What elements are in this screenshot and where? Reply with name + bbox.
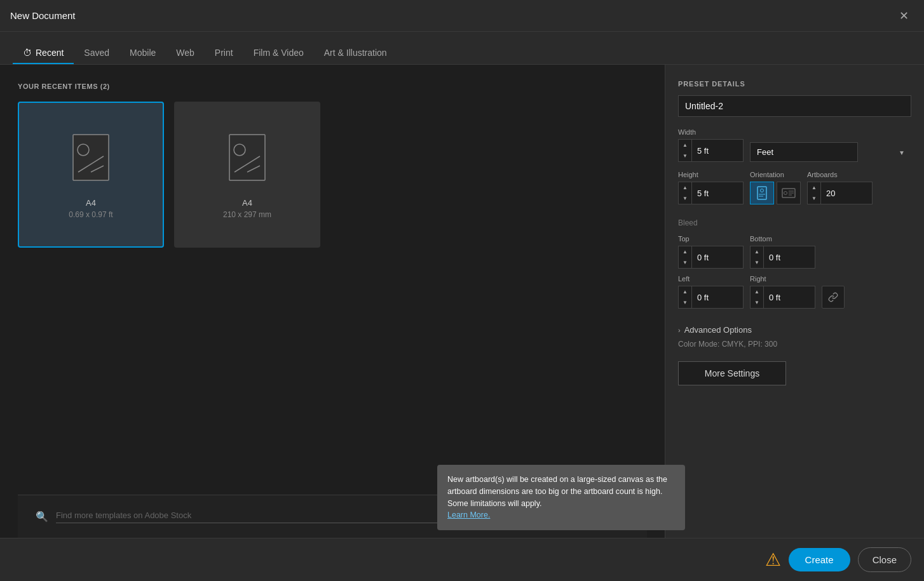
height-orientation-row: Height ▲ ▼ Orientation <box>678 171 911 204</box>
height-stepper: ▲ ▼ <box>678 182 744 204</box>
search-icon: 🔍 <box>36 511 48 523</box>
orientation-group-wrap: Orientation <box>750 171 801 204</box>
artboards-stepper: ▲ ▼ <box>807 182 873 204</box>
preset-card-1[interactable]: A4 0.69 x 0.97 ft <box>18 102 164 248</box>
create-button[interactable]: Create <box>789 548 850 571</box>
bleed-top-up-btn[interactable]: ▲ <box>679 246 691 257</box>
unit-select-wrapper: Feet Inches Pixels Millimeters Centimete… <box>750 142 911 162</box>
tooltip-text: New artboard(s) will be created on a lar… <box>447 475 667 508</box>
bleed-bottom-label: Bottom <box>750 235 815 243</box>
orientation-label: Orientation <box>750 171 801 178</box>
recent-grid: A4 0.69 x 0.97 ft A4 210 x 297 mm <box>18 102 647 248</box>
bleed-right-input[interactable] <box>764 286 815 308</box>
tab-art[interactable]: Art & Illustration <box>314 41 397 64</box>
dialog-title: New Document <box>10 10 76 21</box>
width-row: Width ▲ ▼ Feet Inches <box>678 128 911 162</box>
artboards-value-input[interactable] <box>821 182 872 204</box>
width-down-btn[interactable]: ▼ <box>679 150 691 161</box>
bleed-top-bottom-row: Top ▲ ▼ Bottom ▲ ▼ <box>678 235 911 269</box>
height-up-btn[interactable]: ▲ <box>679 182 691 193</box>
bleed-left-right-row: Left ▲ ▼ Right ▲ ▼ <box>678 275 911 309</box>
preset-card-label-1: A4 <box>86 198 96 208</box>
artboards-arrows: ▲ ▼ <box>808 182 821 204</box>
color-mode-info: Color Mode: CMYK, PPI: 300 <box>678 340 911 349</box>
bleed-top-arrows: ▲ ▼ <box>679 246 692 268</box>
preset-card-2[interactable]: A4 210 x 297 mm <box>174 102 320 248</box>
bleed-left-stepper: ▲ ▼ <box>678 286 744 309</box>
height-group: Height ▲ ▼ <box>678 171 744 204</box>
right-panel: PRESET DETAILS Width ▲ ▼ <box>665 65 924 538</box>
bleed-left-group: Left ▲ ▼ <box>678 275 744 309</box>
artboards-up-btn[interactable]: ▲ <box>808 182 820 193</box>
bleed-bottom-group: Bottom ▲ ▼ <box>750 235 815 269</box>
tab-recent[interactable]: ⏱ Recent <box>13 41 74 64</box>
title-close-button[interactable]: ✕ <box>894 8 914 24</box>
link-bleed-btn[interactable] <box>822 286 845 309</box>
preset-card-label-2: A4 <box>242 198 252 208</box>
bleed-bottom-up-btn[interactable]: ▲ <box>751 246 763 257</box>
preset-card-icon-2 <box>222 131 273 188</box>
artboards-group: Artboards ▲ ▼ <box>807 171 873 204</box>
svg-rect-4 <box>229 135 265 180</box>
bleed-right-arrows: ▲ ▼ <box>751 286 764 308</box>
bleed-bottom-stepper: ▲ ▼ <box>750 246 815 269</box>
height-arrows: ▲ ▼ <box>679 182 692 204</box>
tabs-bar: ⏱ Recent Saved Mobile Web Print Film & V… <box>0 32 924 65</box>
tab-print[interactable]: Print <box>205 41 243 64</box>
recent-icon: ⏱ <box>23 48 32 58</box>
close-footer-button[interactable]: Close <box>858 547 911 572</box>
artboards-label: Artboards <box>807 171 873 178</box>
bleed-bottom-input[interactable] <box>764 246 815 268</box>
unit-group: Feet Inches Pixels Millimeters Centimete… <box>750 131 911 162</box>
bleed-right-up-btn[interactable]: ▲ <box>751 286 763 297</box>
landscape-btn[interactable] <box>777 182 801 204</box>
preset-card-sub-2: 210 x 297 mm <box>223 210 271 219</box>
doc-name-input[interactable] <box>678 95 911 117</box>
bleed-left-label: Left <box>678 275 744 283</box>
advanced-options-row[interactable]: › Advanced Options <box>678 325 911 335</box>
height-label: Height <box>678 171 744 178</box>
preset-card-icon-1 <box>65 131 116 188</box>
unit-label <box>750 131 911 139</box>
warning-icon: ⚠ <box>765 549 781 570</box>
bleed-top-group: Top ▲ ▼ <box>678 235 744 269</box>
bleed-left-arrows: ▲ ▼ <box>679 286 692 308</box>
tab-film[interactable]: Film & Video <box>243 41 314 64</box>
artboards-down-btn[interactable]: ▼ <box>808 193 820 204</box>
bleed-left-down-btn[interactable]: ▼ <box>679 297 691 308</box>
bleed-left-input[interactable] <box>692 286 743 308</box>
recent-section-title: YOUR RECENT ITEMS (2) <box>18 83 647 90</box>
tab-web[interactable]: Web <box>166 41 205 64</box>
advanced-chevron-icon: › <box>678 326 681 334</box>
bleed-top-input[interactable] <box>692 246 743 268</box>
bleed-right-down-btn[interactable]: ▼ <box>751 297 763 308</box>
width-label: Width <box>678 128 744 136</box>
width-up-btn[interactable]: ▲ <box>679 140 691 150</box>
bleed-bottom-down-btn[interactable]: ▼ <box>751 257 763 268</box>
portrait-btn[interactable] <box>750 182 774 204</box>
bleed-label: Bleed <box>678 218 911 227</box>
width-arrows: ▲ ▼ <box>679 140 692 161</box>
bleed-bottom-arrows: ▲ ▼ <box>751 246 764 268</box>
footer-bar: ⚠ Create Close <box>0 538 924 581</box>
bleed-left-up-btn[interactable]: ▲ <box>679 286 691 297</box>
width-group: Width ▲ ▼ <box>678 128 744 162</box>
height-value-input[interactable] <box>692 182 743 204</box>
unit-select[interactable]: Feet Inches Pixels Millimeters Centimete… <box>750 142 858 162</box>
svg-point-13 <box>784 192 787 195</box>
advanced-options-label: Advanced Options <box>684 325 752 335</box>
svg-rect-0 <box>73 135 109 180</box>
tab-mobile[interactable]: Mobile <box>119 41 166 64</box>
tooltip-learn-more-link[interactable]: Learn More. <box>447 511 490 519</box>
bleed-right-label: Right <box>750 275 815 283</box>
height-down-btn[interactable]: ▼ <box>679 193 691 204</box>
bleed-top-down-btn[interactable]: ▼ <box>679 257 691 268</box>
preset-details-label: PRESET DETAILS <box>678 80 911 88</box>
bleed-top-stepper: ▲ ▼ <box>678 246 744 269</box>
bleed-top-label: Top <box>678 235 744 243</box>
preset-card-sub-1: 0.69 x 0.97 ft <box>69 210 112 219</box>
title-bar: New Document ✕ <box>0 0 924 32</box>
width-value-input[interactable] <box>692 140 743 161</box>
tab-saved[interactable]: Saved <box>74 41 119 64</box>
more-settings-button[interactable]: More Settings <box>678 361 786 385</box>
